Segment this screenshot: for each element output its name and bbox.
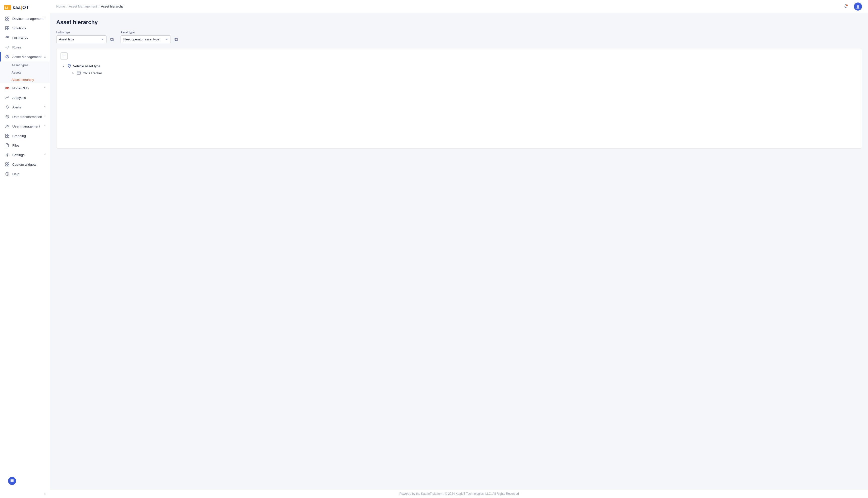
svg-rect-8 xyxy=(5,28,7,30)
sidebar-item-settings[interactable]: Settings ⌃ xyxy=(0,150,50,160)
settings-icon xyxy=(5,152,10,157)
tree-node-vehicle-asset-type: ∨ Vehicle asset type xyxy=(61,63,858,69)
asset-type-select-wrapper: Fleet operator asset type xyxy=(120,35,180,43)
footer-text: Powered by the Kaa IoT platform, © 2024 … xyxy=(399,492,519,496)
vehicle-asset-type-icon xyxy=(67,64,72,68)
assets-label: Assets xyxy=(12,70,21,74)
add-button[interactable]: + xyxy=(61,52,67,60)
svg-rect-5 xyxy=(8,19,9,20)
rules-icon: </> xyxy=(5,45,10,50)
sidebar-item-asset-hierarchy[interactable]: Asset hierarchy xyxy=(0,76,50,83)
main-content: Home / Asset Management / Asset hierarch… xyxy=(50,0,868,498)
asset-type-copy-button[interactable] xyxy=(173,36,180,43)
chat-button[interactable] xyxy=(8,477,16,485)
files-icon xyxy=(5,143,10,148)
breadcrumb-sep-2: / xyxy=(99,4,100,8)
alerts-chevron: ⌃ xyxy=(44,106,46,109)
breadcrumb-asset-management[interactable]: Asset Management xyxy=(69,4,97,8)
sidebar-item-custom-widgets[interactable]: Custom widgets xyxy=(0,160,50,169)
analytics-icon xyxy=(5,95,10,100)
sidebar-item-alerts[interactable]: Alerts ⌃ xyxy=(0,102,50,112)
breadcrumb-home[interactable]: Home xyxy=(56,4,65,8)
svg-point-40 xyxy=(69,65,70,66)
asset-type-select[interactable]: Fleet operator asset type xyxy=(120,35,171,43)
sidebar-collapse-button[interactable] xyxy=(0,490,50,498)
sidebar-item-rules[interactable]: </> Rules xyxy=(0,42,50,52)
user-management-chevron: ⌃ xyxy=(44,125,46,128)
logo-icon: Li xyxy=(4,5,11,10)
gps-tracker-icon xyxy=(77,71,81,75)
filters-row: Entity type Asset type Asset type xyxy=(56,31,862,43)
asset-management-submenu: Asset types Assets Asset hierarchy xyxy=(0,62,50,83)
svg-point-20 xyxy=(6,125,8,126)
entity-type-select[interactable]: Asset type xyxy=(56,35,106,43)
sidebar-item-device-management[interactable]: Device management ⌃ xyxy=(0,14,50,23)
node-red-icon xyxy=(5,86,10,91)
alerts-icon xyxy=(5,105,10,110)
sidebar-item-asset-types[interactable]: Asset types xyxy=(0,62,50,69)
breadcrumb-sep-1: / xyxy=(67,4,67,8)
lorawan-icon xyxy=(5,35,10,40)
device-management-icon xyxy=(5,16,10,21)
svg-rect-7 xyxy=(8,26,9,28)
gps-tracker-expand-toggle[interactable]: > xyxy=(71,71,75,75)
header-actions xyxy=(842,2,862,11)
svg-rect-24 xyxy=(5,136,7,137)
sidebar-item-solutions[interactable]: Solutions xyxy=(0,23,50,33)
svg-text:</>: </> xyxy=(5,46,9,49)
sidebar-item-user-management[interactable]: User management ⌃ xyxy=(0,121,50,131)
sidebar-item-help[interactable]: ? Help xyxy=(0,169,50,179)
svg-text:Li: Li xyxy=(5,6,8,10)
svg-rect-23 xyxy=(8,134,9,135)
device-management-label: Device management xyxy=(12,17,44,21)
svg-rect-29 xyxy=(5,165,7,166)
entity-type-select-wrapper: Asset type xyxy=(56,35,116,43)
notification-button[interactable] xyxy=(842,2,850,11)
branding-icon xyxy=(5,133,10,138)
sidebar-item-analytics[interactable]: Analytics xyxy=(0,93,50,102)
footer: Powered by the Kaa IoT platform, © 2024 … xyxy=(50,489,868,498)
solutions-icon xyxy=(5,26,10,31)
vehicle-asset-type-collapse-toggle[interactable]: ∨ xyxy=(62,64,66,68)
tree-child-gps-tracker: > GPS Tracker xyxy=(70,69,858,77)
svg-rect-9 xyxy=(8,28,9,30)
svg-rect-27 xyxy=(5,163,7,164)
custom-widgets-icon xyxy=(5,162,10,167)
svg-point-12 xyxy=(7,56,8,57)
branding-label: Branding xyxy=(12,134,46,138)
asset-hierarchy-label: Asset hierarchy xyxy=(12,78,34,82)
svg-point-15 xyxy=(8,88,9,89)
svg-point-21 xyxy=(8,125,9,126)
svg-rect-28 xyxy=(8,163,9,164)
sidebar-item-assets[interactable]: Assets xyxy=(0,69,50,76)
device-management-chevron: ⌃ xyxy=(44,17,46,20)
asset-type-filter: Asset type Fleet operator asset type xyxy=(120,31,180,43)
data-transformation-icon xyxy=(5,114,10,119)
lorawan-label: LoRaWAN xyxy=(12,36,46,40)
node-red-label: Node-RED xyxy=(12,86,44,90)
svg-text:?: ? xyxy=(7,173,8,175)
avatar[interactable] xyxy=(854,2,862,11)
custom-widgets-label: Custom widgets xyxy=(12,163,46,167)
asset-management-icon xyxy=(5,54,10,59)
entity-type-copy-button[interactable] xyxy=(108,36,116,43)
tree-node-gps-tracker: > GPS Tracker xyxy=(70,69,858,77)
sidebar-item-lorawan[interactable]: LoRaWAN xyxy=(0,33,50,42)
sidebar-item-branding[interactable]: Branding xyxy=(0,131,50,141)
sidebar: Li kaa|OT Device management ⌃ Solutions … xyxy=(0,0,50,498)
svg-point-16 xyxy=(5,99,6,99)
svg-rect-25 xyxy=(8,136,9,137)
sidebar-item-files[interactable]: Files xyxy=(0,141,50,150)
help-icon: ? xyxy=(5,171,10,176)
svg-point-33 xyxy=(846,4,848,6)
sidebar-item-asset-management[interactable]: Asset Management ∧ xyxy=(0,52,50,62)
settings-chevron: ⌃ xyxy=(44,153,46,157)
svg-point-34 xyxy=(857,5,859,7)
files-label: Files xyxy=(12,144,46,147)
sidebar-item-data-transformation[interactable]: Data transformation ⌃ xyxy=(0,112,50,121)
asset-management-label: Asset Management xyxy=(12,55,44,59)
data-transformation-label: Data transformation xyxy=(12,115,44,119)
sidebar-item-node-red[interactable]: Node-RED ⌃ xyxy=(0,83,50,93)
svg-point-26 xyxy=(7,154,8,156)
user-management-label: User management xyxy=(12,124,44,128)
